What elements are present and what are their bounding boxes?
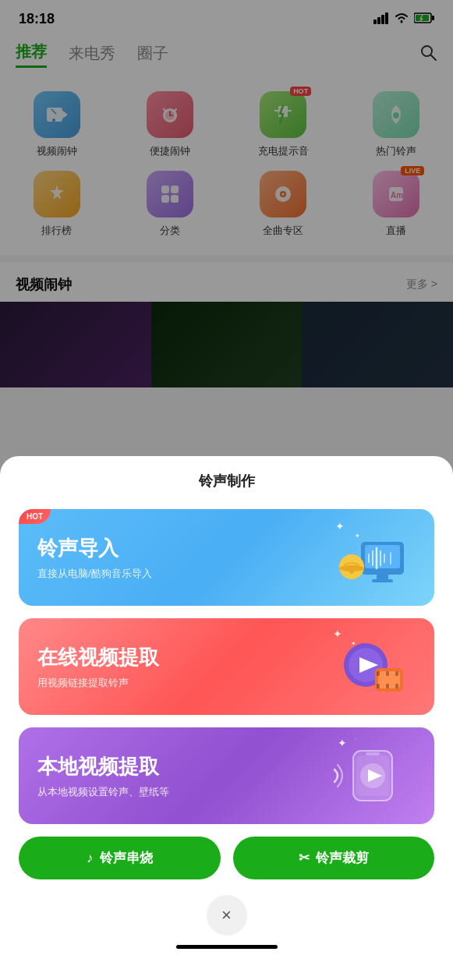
svg-rect-28	[377, 575, 388, 579]
svg-rect-42	[386, 684, 389, 688]
online-video-illustration	[330, 635, 416, 698]
svg-point-32	[349, 569, 354, 574]
import-illustration	[330, 526, 416, 589]
bottom-buttons-row: ♪ 铃声串烧 ✂ 铃声裁剪	[19, 837, 434, 879]
svg-rect-48	[366, 752, 380, 755]
sparkle-6: ·	[355, 735, 356, 742]
ringtone-mix-label: 铃声串烧	[100, 849, 153, 867]
svg-rect-41	[377, 684, 380, 688]
svg-rect-29	[372, 579, 393, 582]
svg-rect-38	[377, 671, 380, 676]
music-note-icon: ♪	[87, 851, 94, 866]
svg-rect-40	[395, 671, 398, 676]
sparkle-3: ✦	[333, 628, 342, 640]
svg-rect-43	[395, 684, 398, 688]
local-video-sub-text: 从本地视频设置铃声、壁纸等	[37, 785, 330, 799]
local-video-main-text: 本地视频提取	[37, 753, 330, 780]
card-import[interactable]: HOT 铃声导入 直接从电脑/酷狗音乐导入 ✦ ✦	[19, 509, 434, 606]
ringtone-cut-button[interactable]: ✂ 铃声裁剪	[233, 837, 435, 879]
bottom-sheet: 铃声制作 HOT 铃声导入 直接从电脑/酷狗音乐导入 ✦ ✦	[0, 456, 453, 980]
sparkle-5: ✦	[338, 737, 347, 749]
svg-rect-39	[386, 671, 389, 676]
card-online-video[interactable]: 在线视频提取 用视频链接提取铃声 ✦ ✦	[19, 618, 434, 715]
sheet-title: 铃声制作	[19, 472, 434, 490]
sparkle-4: ✦	[351, 640, 356, 647]
online-video-text-block: 在线视频提取 用视频链接提取铃声	[37, 644, 330, 690]
svg-rect-27	[365, 545, 400, 568]
ringtone-mix-button[interactable]: ♪ 铃声串烧	[19, 837, 221, 879]
ringtone-cut-label: 铃声裁剪	[316, 849, 369, 867]
home-indicator	[176, 945, 278, 949]
local-video-text-block: 本地视频提取 从本地视频设置铃声、壁纸等	[37, 753, 330, 799]
import-hot-badge: HOT	[19, 509, 51, 524]
local-video-illustration	[330, 745, 416, 807]
sparkle-2: ✦	[355, 532, 360, 540]
close-button-wrap: ×	[19, 895, 434, 936]
sparkle-1: ✦	[335, 520, 345, 532]
import-text-block: 铃声导入 直接从电脑/酷狗音乐导入	[37, 535, 330, 581]
close-button[interactable]: ×	[207, 895, 247, 936]
import-main-text: 铃声导入	[37, 535, 330, 562]
scissors-icon: ✂	[299, 850, 310, 866]
online-video-main-text: 在线视频提取	[37, 644, 330, 671]
import-sub-text: 直接从电脑/酷狗音乐导入	[37, 567, 330, 581]
online-video-sub-text: 用视频链接提取铃声	[37, 676, 330, 690]
card-local-video[interactable]: 本地视频提取 从本地视频设置铃声、壁纸等 ✦ ·	[19, 727, 434, 824]
